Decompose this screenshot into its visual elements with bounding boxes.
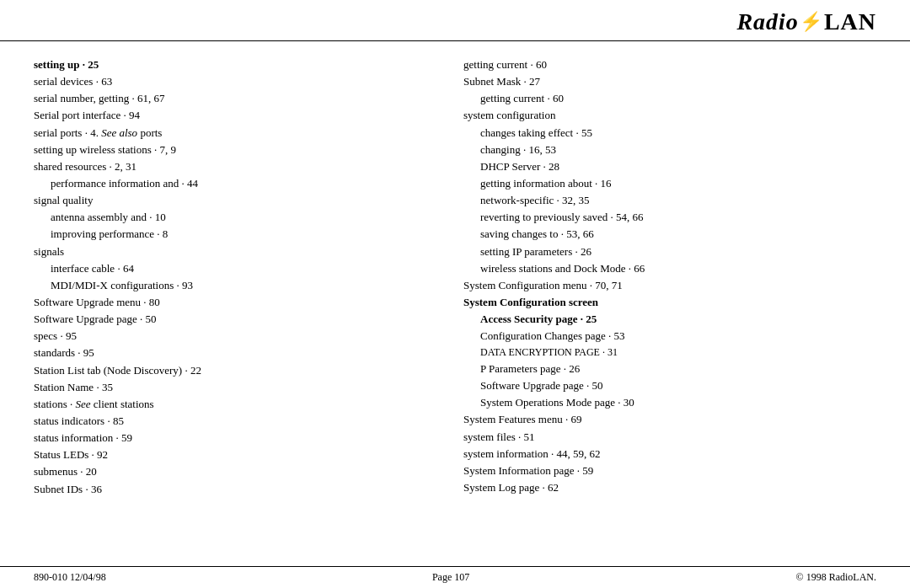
list-item: System Features menu · 69 <box>463 411 876 428</box>
list-item: signals <box>34 243 447 260</box>
list-item: getting current · 60 <box>463 56 876 73</box>
list-item: Serial port interface · 94 <box>34 107 447 124</box>
list-item: improving performance · 8 <box>34 226 447 243</box>
list-item: getting information about · 16 <box>463 175 876 192</box>
list-item: Subnet IDs · 36 <box>34 481 447 498</box>
content-area: setting up · 25serial devices · 63serial… <box>0 41 910 566</box>
list-item: interface cable · 64 <box>34 260 447 277</box>
list-item: Software Upgrade menu · 80 <box>34 294 447 311</box>
list-item: serial devices · 63 <box>34 73 447 90</box>
list-item: System Operations Mode page · 30 <box>463 394 876 411</box>
list-item: standards · 95 <box>34 345 447 361</box>
list-item: Software Upgrade page · 50 <box>463 377 876 394</box>
list-item: Station List tab (Node Discovery) · 22 <box>34 362 447 379</box>
header: Radio⚡LAN <box>0 0 910 41</box>
list-item: System Configuration menu · 70, 71 <box>463 277 876 294</box>
list-item: reverting to previously saved · 54, 66 <box>463 209 876 226</box>
list-item: serial number, getting · 61, 67 <box>34 90 447 107</box>
list-item: Configuration Changes page · 53 <box>463 328 876 345</box>
list-item: Station Name · 35 <box>34 379 447 396</box>
list-item: System Configuration screen <box>463 294 876 311</box>
list-item: Access Security page · 25 <box>463 311 876 328</box>
list-item: wireless stations and Dock Mode · 66 <box>463 260 876 277</box>
list-item: saving changes to · 53, 66 <box>463 226 876 243</box>
list-item: Status LEDs · 92 <box>34 446 447 463</box>
logo-radio-text: Radio <box>736 8 798 35</box>
list-item: setting up wireless stations · 7, 9 <box>34 142 447 158</box>
list-item: antenna assembly and · 10 <box>34 209 447 226</box>
left-column: setting up · 25serial devices · 63serial… <box>34 56 463 566</box>
footer-left: 890-010 12/04/98 <box>34 571 106 584</box>
list-item: serial ports · 4. See also ports <box>34 125 447 142</box>
list-item: setting IP parameters · 26 <box>463 243 876 260</box>
list-item: system configuration <box>463 107 876 124</box>
logo: Radio⚡LAN <box>736 8 876 35</box>
list-item: getting current · 60 <box>463 90 876 107</box>
list-item: System Information page · 59 <box>463 462 876 479</box>
list-item: DHCP Server · 28 <box>463 158 876 175</box>
list-item: DATA ENCRYPTION PAGE · 31 <box>463 345 876 361</box>
list-item: Software Upgrade page · 50 <box>34 311 447 328</box>
list-item: System Log page · 62 <box>463 479 876 496</box>
footer: 890-010 12/04/98 Page 107 © 1998 RadioLA… <box>0 566 910 588</box>
list-item: system information · 44, 59, 62 <box>463 446 876 462</box>
list-item: status indicators · 85 <box>34 413 447 430</box>
logo-bolt-icon: ⚡ <box>800 11 823 33</box>
list-item: MDI/MDI-X configurations · 93 <box>34 277 447 294</box>
list-item: setting up · 25 <box>34 56 447 73</box>
page: Radio⚡LAN setting up · 25serial devices … <box>0 0 910 588</box>
list-item: Subnet Mask · 27 <box>463 73 876 90</box>
list-item: changes taking effect · 55 <box>463 125 876 142</box>
list-item: network-specific · 32, 35 <box>463 192 876 209</box>
list-item: signal quality <box>34 192 447 209</box>
footer-right: © 1998 RadioLAN. <box>796 571 876 584</box>
list-item: submenus · 20 <box>34 463 447 480</box>
list-item: system files · 51 <box>463 429 876 446</box>
list-item: shared resources · 2, 31 <box>34 158 447 175</box>
footer-center: Page 107 <box>432 571 469 584</box>
list-item: performance information and · 44 <box>34 175 447 192</box>
list-item: changing · 16, 53 <box>463 142 876 158</box>
list-item: P Parameters page · 26 <box>463 361 876 377</box>
list-item: status information · 59 <box>34 430 447 446</box>
logo-lan-text: LAN <box>824 8 876 35</box>
right-column: getting current · 60Subnet Mask · 27gett… <box>463 56 876 566</box>
list-item: specs · 95 <box>34 328 447 345</box>
list-item: stations · See client stations <box>34 396 447 413</box>
